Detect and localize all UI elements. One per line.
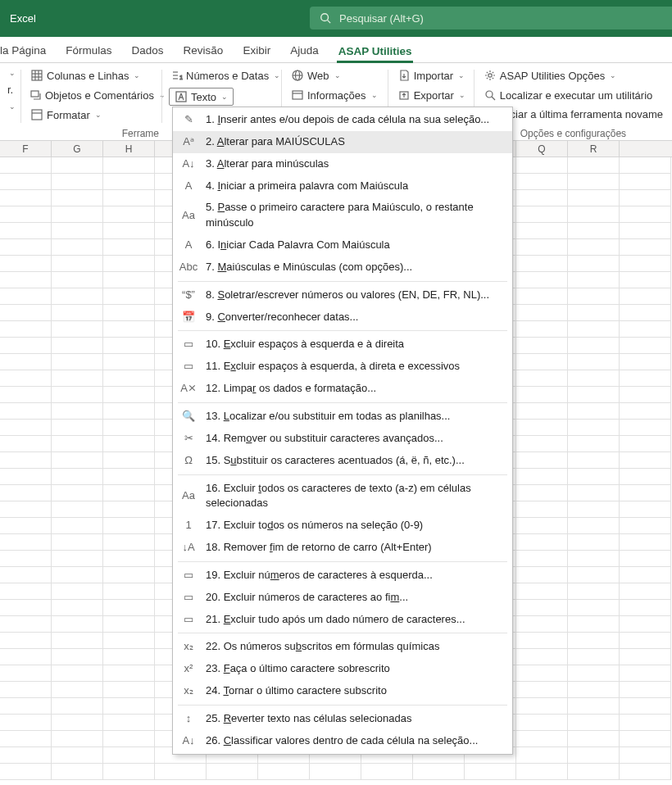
cell[interactable] xyxy=(103,174,155,190)
cell[interactable] xyxy=(52,518,103,534)
cell[interactable] xyxy=(103,715,155,731)
cell[interactable] xyxy=(620,305,671,321)
cell[interactable] xyxy=(568,321,620,338)
cell[interactable] xyxy=(52,288,103,305)
cell[interactable] xyxy=(103,452,155,469)
cell[interactable] xyxy=(620,420,671,436)
cell[interactable] xyxy=(155,764,207,780)
cell[interactable] xyxy=(0,616,52,633)
cell[interactable] xyxy=(568,288,620,305)
cell[interactable] xyxy=(258,764,310,780)
cell[interactable] xyxy=(620,157,671,174)
cell[interactable] xyxy=(620,338,671,354)
cell[interactable] xyxy=(0,305,52,321)
cell[interactable] xyxy=(516,452,568,469)
cell[interactable] xyxy=(0,469,52,485)
cell[interactable] xyxy=(620,354,671,370)
cell[interactable] xyxy=(103,239,155,256)
cell[interactable] xyxy=(516,256,568,272)
cell[interactable] xyxy=(516,288,568,305)
tab-revisao[interactable]: Revisão xyxy=(182,39,225,62)
cell[interactable] xyxy=(620,764,671,780)
cell[interactable] xyxy=(310,764,361,780)
cell[interactable] xyxy=(516,239,568,256)
cell[interactable] xyxy=(0,354,52,370)
cell[interactable] xyxy=(103,518,155,534)
cell[interactable] xyxy=(0,387,52,403)
cell[interactable] xyxy=(103,256,155,272)
cell[interactable] xyxy=(516,698,568,715)
cell[interactable] xyxy=(516,272,568,288)
cell[interactable] xyxy=(516,174,568,190)
cell[interactable] xyxy=(0,321,52,338)
cell[interactable] xyxy=(516,747,568,764)
cell[interactable] xyxy=(516,436,568,452)
ribbon-button-cut2[interactable]: r. xyxy=(5,83,15,97)
cell[interactable] xyxy=(52,157,103,174)
cell[interactable] xyxy=(52,764,103,780)
menu-item-2[interactable]: Aᵃ2. Alterar para MAIÚSCULAS xyxy=(173,131,512,153)
cell[interactable] xyxy=(103,665,155,682)
cell[interactable] xyxy=(0,583,52,600)
cell[interactable] xyxy=(516,600,568,616)
cell[interactable] xyxy=(0,256,52,272)
cell[interactable] xyxy=(620,551,671,567)
cell[interactable] xyxy=(103,157,155,174)
cell[interactable] xyxy=(516,616,568,633)
cell[interactable] xyxy=(52,731,103,747)
cell[interactable] xyxy=(52,403,103,420)
cell[interactable] xyxy=(620,223,671,239)
cell[interactable] xyxy=(52,190,103,206)
cell[interactable] xyxy=(516,534,568,551)
menu-item-6[interactable]: A6. Iniciar Cada Palavra Com Maiúscula xyxy=(173,234,512,256)
cell[interactable] xyxy=(0,764,52,780)
cell[interactable] xyxy=(568,764,620,780)
cell[interactable] xyxy=(103,469,155,485)
cell[interactable] xyxy=(516,190,568,206)
cell[interactable] xyxy=(52,420,103,436)
cell[interactable] xyxy=(568,354,620,370)
menu-item-13[interactable]: 🔍13. Localizar e/ou substituir em todas … xyxy=(173,406,512,428)
cell[interactable] xyxy=(52,206,103,223)
tab-asap-utilities[interactable]: ASAP Utilities xyxy=(337,40,414,63)
cell[interactable] xyxy=(52,223,103,239)
cell[interactable] xyxy=(103,551,155,567)
menu-item-1[interactable]: ✎1. Inserir antes e/ou depois de cada cé… xyxy=(173,109,512,131)
cell[interactable] xyxy=(516,682,568,698)
cell[interactable] xyxy=(620,715,671,731)
cell[interactable] xyxy=(568,583,620,600)
menu-item-21[interactable]: ▭21. Excluir tudo após um dado número de… xyxy=(173,609,512,631)
menu-item-26[interactable]: A↓26. Classificar valores dentro de cada… xyxy=(173,730,512,752)
cell[interactable] xyxy=(620,190,671,206)
cell[interactable] xyxy=(103,338,155,354)
cell[interactable] xyxy=(568,239,620,256)
cell[interactable] xyxy=(52,665,103,682)
col-header-R[interactable]: R xyxy=(568,141,620,157)
cell[interactable] xyxy=(52,567,103,583)
cell[interactable] xyxy=(620,469,671,485)
cell[interactable] xyxy=(103,321,155,338)
cell[interactable] xyxy=(620,633,671,649)
menu-item-20[interactable]: ▭20. Excluir números de caracteres ao fi… xyxy=(173,587,512,609)
tab-exibir[interactable]: Exibir xyxy=(241,39,272,62)
cell[interactable] xyxy=(52,485,103,501)
cell[interactable] xyxy=(568,305,620,321)
cell[interactable] xyxy=(568,469,620,485)
cell[interactable] xyxy=(516,583,568,600)
cell[interactable] xyxy=(516,518,568,534)
cell[interactable] xyxy=(52,321,103,338)
menu-item-17[interactable]: 117. Excluir todos os números na seleção… xyxy=(173,515,512,537)
cell[interactable] xyxy=(103,370,155,387)
ribbon-formatar[interactable]: Formatar⌄ xyxy=(28,107,156,122)
cell[interactable] xyxy=(620,501,671,518)
cell[interactable] xyxy=(516,633,568,649)
cell[interactable] xyxy=(52,698,103,715)
cell[interactable] xyxy=(0,338,52,354)
tab-formulas[interactable]: Fórmulas xyxy=(64,39,113,62)
cell[interactable] xyxy=(620,600,671,616)
cell[interactable] xyxy=(103,272,155,288)
cell[interactable] xyxy=(568,485,620,501)
cell[interactable] xyxy=(52,370,103,387)
cell[interactable] xyxy=(516,370,568,387)
cell[interactable] xyxy=(620,567,671,583)
